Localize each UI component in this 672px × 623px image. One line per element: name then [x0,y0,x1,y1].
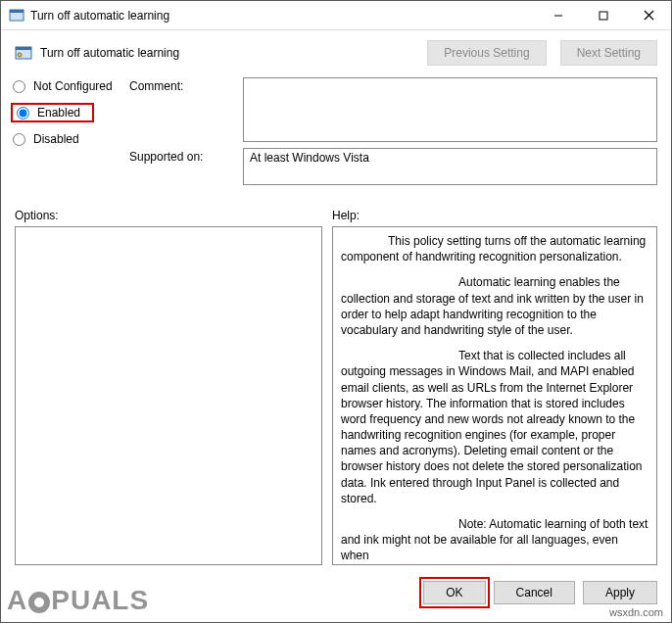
policy-icon [15,44,32,62]
supported-on-value: At least Windows Vista [243,148,657,185]
radio-not-configured[interactable]: Not Configured [11,79,123,93]
radio-disabled-input[interactable] [13,133,25,146]
help-paragraph: Automatic learning enables the collectio… [341,274,648,338]
window-title: Turn off automatic learning [30,9,536,23]
radio-not-configured-input[interactable] [13,80,25,93]
titlebar: Turn off automatic learning [1,1,671,30]
watermark-post: PUALS [51,585,149,616]
radio-enabled-label: Enabled [37,106,80,120]
svg-rect-3 [600,12,607,20]
radio-enabled-input[interactable] [17,107,29,120]
options-label: Options: [15,209,332,222]
svg-rect-1 [10,10,24,13]
cancel-button[interactable]: Cancel [494,581,575,604]
watermark-credit: wsxdn.com [609,606,663,618]
ok-button[interactable]: OK [423,581,485,604]
header-row: Turn off automatic learning Previous Set… [1,30,671,72]
svg-point-8 [18,53,22,57]
radio-disabled[interactable]: Disabled [11,132,123,146]
help-paragraph: Text that is collected includes all outg… [341,348,648,506]
policy-icon [9,8,24,24]
supported-on-text: At least Windows Vista [250,151,369,165]
next-setting-button[interactable]: Next Setting [560,40,657,66]
help-paragraph: This policy setting turns off the automa… [341,233,648,264]
comment-input[interactable] [243,77,657,142]
maximize-button[interactable] [581,1,626,29]
radio-enabled[interactable]: Enabled [15,106,82,120]
panes: This policy setting turns off the automa… [1,226,671,573]
radio-not-configured-label: Not Configured [33,79,113,93]
enabled-highlight-box: Enabled [11,103,94,122]
svg-rect-7 [16,47,31,50]
supported-on-label: Supported on: [129,148,237,164]
help-label: Help: [332,209,360,222]
radio-disabled-label: Disabled [33,132,79,146]
top-area: Not Configured Enabled Disabled Comment:… [1,72,671,195]
options-pane[interactable] [15,226,322,565]
section-labels: Options: Help: [1,195,671,226]
help-pane[interactable]: This policy setting turns off the automa… [332,226,657,565]
dialog-window: Turn off automatic learning Turn off aut… [0,0,672,623]
window-buttons [536,1,671,29]
policy-name: Turn off automatic learning [40,46,413,60]
close-button[interactable] [626,1,671,29]
help-paragraph: Note: Automatic learning of both text an… [341,516,648,564]
watermark-logo: A PUALS [7,585,149,616]
previous-setting-button[interactable]: Previous Setting [427,40,546,66]
comment-label: Comment: [129,77,237,93]
state-radio-group: Not Configured Enabled Disabled [11,77,123,146]
donut-icon [28,592,50,613]
watermark-pre: A [7,585,27,616]
apply-button[interactable]: Apply [583,581,657,604]
minimize-button[interactable] [536,1,581,29]
